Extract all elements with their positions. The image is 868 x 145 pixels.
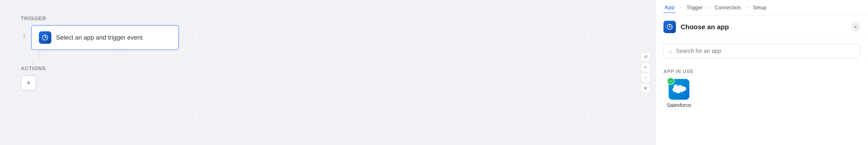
trigger-app-svg	[41, 34, 49, 41]
reset-icon: ↺	[644, 54, 648, 60]
salesforce-icon-wrapper: ✓	[669, 79, 689, 100]
trigger-section: TRIGGER 1 Select an app and trigger even…	[21, 15, 179, 50]
trigger-step-row: 1 Select an app and trigger event	[21, 25, 179, 50]
tab-setup-label: Setup	[753, 5, 766, 11]
tab-trigger[interactable]: Trigger	[685, 3, 704, 13]
close-button[interactable]: ×	[851, 22, 860, 32]
salesforce-app-name: Salesforce	[667, 102, 691, 108]
connector-line	[38, 50, 39, 58]
reset-button[interactable]: ↺	[641, 52, 650, 62]
fit-icon: ⊞	[644, 86, 647, 90]
arrow-2: →	[707, 5, 711, 10]
trigger-card[interactable]: Select an app and trigger event	[31, 25, 179, 50]
canvas-controls: ↺ + − ⊞	[641, 52, 650, 93]
trigger-placeholder-text: Select an app and trigger event	[56, 34, 143, 41]
trigger-label: TRIGGER	[21, 15, 179, 22]
trigger-app-icon	[39, 31, 51, 44]
tab-app[interactable]: App	[663, 2, 676, 13]
panel-app-svg	[666, 23, 673, 31]
canvas-area: TRIGGER 1 Select an app and trigger even…	[0, 0, 655, 145]
right-panel: App → Trigger → Connection → Setup Choos…	[655, 0, 868, 145]
salesforce-app-card[interactable]: ✓ Salesforce	[663, 79, 694, 108]
panel-app-icon	[663, 21, 676, 33]
zoom-out-button[interactable]: −	[641, 73, 650, 82]
panel-header: Choose an app ×	[656, 15, 868, 39]
tab-app-label: App	[664, 4, 675, 10]
tab-connection[interactable]: Connection	[714, 3, 742, 13]
actions-label: ACTIONS	[21, 66, 179, 71]
workflow-container: TRIGGER 1 Select an app and trigger even…	[21, 15, 179, 90]
arrow-3: →	[745, 5, 749, 10]
zoom-in-button[interactable]: +	[641, 63, 650, 72]
tab-connection-label: Connection	[715, 5, 741, 11]
search-input[interactable]	[676, 48, 855, 55]
zoom-in-icon: +	[644, 65, 647, 70]
panel-header-left: Choose an app	[663, 21, 729, 33]
salesforce-cloud-svg	[671, 84, 687, 95]
panel-title: Choose an app	[681, 23, 729, 31]
tab-bar: App → Trigger → Connection → Setup	[656, 0, 868, 15]
tab-setup[interactable]: Setup	[752, 3, 767, 13]
salesforce-check-badge: ✓	[667, 77, 674, 85]
apps-section: APP IN USE ✓ Salesforce	[656, 64, 868, 145]
app-in-use-label: APP IN USE	[663, 69, 860, 74]
fit-button[interactable]: ⊞	[641, 83, 650, 93]
search-container: ⌕	[656, 39, 868, 64]
zoom-out-icon: −	[644, 75, 647, 80]
arrow-1: →	[678, 5, 683, 10]
search-box: ⌕	[663, 44, 860, 58]
add-action-button[interactable]: +	[21, 75, 36, 90]
tab-trigger-label: Trigger	[686, 5, 703, 11]
search-icon: ⌕	[669, 48, 672, 55]
step-number: 1	[21, 25, 26, 39]
actions-section: ACTIONS +	[21, 66, 179, 90]
